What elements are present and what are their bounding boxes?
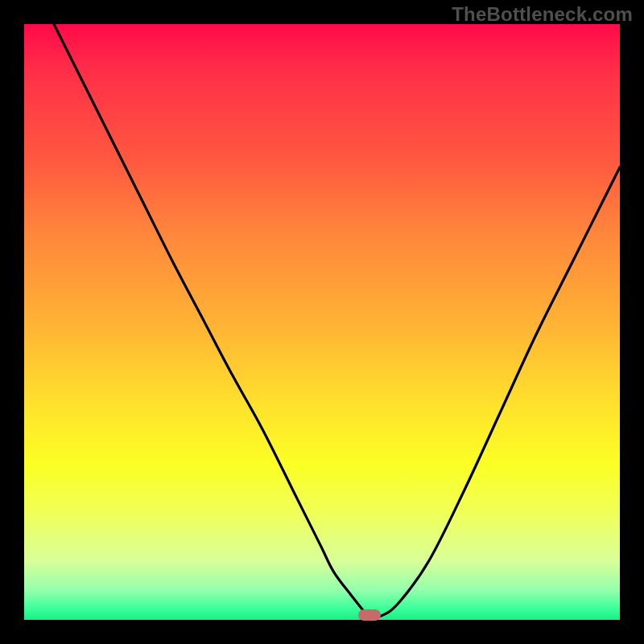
optimal-point-marker — [358, 609, 381, 621]
bottleneck-curve — [24, 24, 620, 620]
plot-area — [24, 24, 620, 620]
chart-frame: TheBottleneck.com — [0, 0, 644, 644]
watermark-text: TheBottleneck.com — [452, 3, 633, 26]
